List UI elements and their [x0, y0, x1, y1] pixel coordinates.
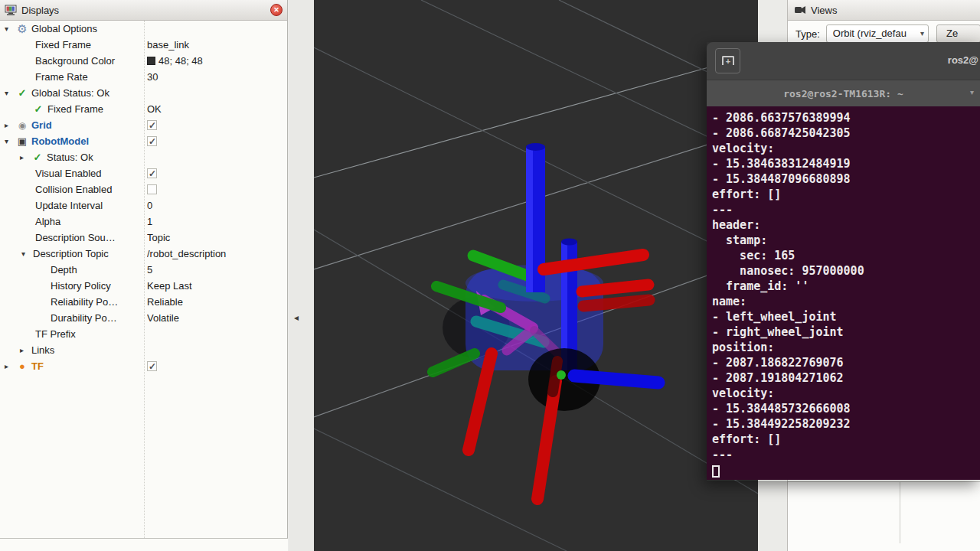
- tree-row-collision-enabled[interactable]: Collision Enabled: [0, 181, 287, 197]
- tree-row-grid[interactable]: ▸Grid: [0, 117, 287, 133]
- property-value-cell[interactable]: /robot_description: [147, 246, 286, 262]
- tree-row-description-topic[interactable]: ▾Description Topic/robot_description: [0, 246, 287, 262]
- property-value-cell[interactable]: 30: [147, 69, 286, 85]
- tree-row-depth[interactable]: Depth5: [0, 262, 287, 278]
- color-swatch: [147, 57, 155, 65]
- property-value-cell[interactable]: 48; 48; 48: [147, 53, 286, 69]
- property-value-cell[interactable]: [147, 117, 286, 133]
- tree-row-tf-prefix[interactable]: TF Prefix: [0, 326, 287, 342]
- views-header[interactable]: Views: [788, 0, 980, 21]
- property-label: Status: Ok: [47, 149, 93, 165]
- tree-row-global-options[interactable]: ▾Global Options: [0, 21, 287, 37]
- value-text: Keep Last: [147, 278, 192, 294]
- 3d-viewport[interactable]: [314, 0, 758, 551]
- collapse-arrow-icon[interactable]: ▾: [5, 133, 13, 149]
- displays-header[interactable]: Displays ✕: [0, 0, 287, 21]
- property-name-cell: ▸Grid: [0, 117, 144, 133]
- expand-arrow-icon[interactable]: ▸: [5, 358, 13, 374]
- tree-row-durability-po-[interactable]: Durability Po…Volatile: [0, 310, 287, 326]
- expand-arrow-icon[interactable]: ▸: [20, 342, 28, 358]
- zero-button[interactable]: Ze: [936, 24, 980, 43]
- property-value-cell[interactable]: [147, 85, 286, 101]
- terminal-line: effort: []: [712, 187, 980, 202]
- robot-model: [433, 143, 658, 499]
- terminal-tab-bar[interactable]: ros2@ros2-TM1613R: ~ ▾: [707, 80, 980, 106]
- tree-row-background-color[interactable]: Background Color48; 48; 48: [0, 53, 287, 69]
- panel-splitter[interactable]: ◂: [289, 0, 314, 551]
- collapse-arrow-icon[interactable]: ▾: [5, 21, 13, 37]
- property-label: Alpha: [35, 214, 60, 230]
- property-value-cell[interactable]: 0: [147, 197, 286, 214]
- tree-row-fixed-frame[interactable]: Fixed Framebase_link: [0, 37, 287, 53]
- property-name-cell: ▾Global Options: [0, 21, 144, 37]
- property-name-cell: Frame Rate: [0, 69, 144, 85]
- tree-row-links[interactable]: ▸Links: [0, 342, 287, 358]
- property-value-cell[interactable]: Reliable: [147, 294, 286, 310]
- tab-dropdown-icon[interactable]: ▾: [970, 88, 974, 96]
- checkbox[interactable]: [147, 361, 157, 371]
- terminal-line: - 2086.6637576389994: [712, 110, 980, 126]
- terminal-line: position:: [712, 340, 980, 355]
- property-name-cell: Background Color: [0, 53, 144, 69]
- terminal-line: - right_wheel_joint: [712, 324, 980, 340]
- property-value-cell[interactable]: base_link: [147, 37, 286, 53]
- property-value-cell[interactable]: [147, 149, 286, 165]
- property-value-cell[interactable]: OK: [147, 101, 286, 117]
- property-value-cell[interactable]: [147, 326, 286, 342]
- view-type-combobox[interactable]: Orbit (rviz_defau ▾: [826, 24, 929, 43]
- property-label: Links: [31, 342, 54, 358]
- collapse-left-icon[interactable]: ◂: [294, 312, 299, 323]
- tree-row-status-ok[interactable]: ▸Status: Ok: [0, 149, 287, 165]
- tree-row-alpha[interactable]: Alpha1: [0, 214, 287, 230]
- new-tab-button[interactable]: +: [715, 48, 740, 73]
- checkbox[interactable]: [147, 136, 157, 146]
- property-label: Background Color: [35, 53, 115, 69]
- property-value-cell[interactable]: [147, 133, 286, 149]
- tree-row-global-status-ok[interactable]: ▾Global Status: Ok: [0, 85, 287, 101]
- terminal-titlebar[interactable]: + ros2@: [707, 42, 980, 80]
- property-value-cell[interactable]: [147, 21, 286, 37]
- checkbox[interactable]: [147, 120, 157, 130]
- terminal-content[interactable]: - 2086.6637576389994- 2086.6687425042305…: [707, 106, 980, 480]
- value-text: Volatile: [147, 310, 179, 326]
- expand-arrow-icon[interactable]: ▸: [5, 117, 13, 133]
- property-label: Frame Rate: [35, 69, 88, 85]
- expand-arrow-icon[interactable]: ▸: [20, 149, 28, 165]
- camera-icon: [794, 5, 806, 15]
- tree-row-tf[interactable]: ▸TF: [0, 358, 287, 374]
- terminal-window[interactable]: + ros2@ ros2@ros2-TM1613R: ~ ▾ - 2086.66…: [707, 42, 980, 481]
- property-name-cell: ▾Description Topic: [0, 246, 144, 262]
- value-text: 48; 48; 48: [158, 53, 203, 69]
- tree-row-description-sou-[interactable]: Description Sou…Topic: [0, 230, 287, 246]
- property-name-cell: ▸Links: [0, 342, 144, 358]
- property-value-cell[interactable]: 5: [147, 262, 286, 278]
- terminal-line: name:: [712, 294, 980, 309]
- terminal-line: velocity:: [712, 386, 980, 401]
- tree-row-update-interval[interactable]: Update Interval0: [0, 197, 287, 214]
- tree-row-fixed-frame[interactable]: Fixed FrameOK: [0, 101, 287, 117]
- terminal-line: stamp:: [712, 233, 980, 248]
- collapse-arrow-icon[interactable]: ▾: [21, 246, 30, 262]
- property-value-cell[interactable]: [147, 165, 286, 181]
- property-value-cell[interactable]: 1: [147, 214, 286, 230]
- property-value-cell[interactable]: [147, 358, 286, 374]
- tree-row-reliability-po-[interactable]: Reliability Po…Reliable: [0, 294, 287, 310]
- terminal-tab-title[interactable]: ros2@ros2-TM1613R: ~: [783, 88, 903, 99]
- checkbox[interactable]: [147, 184, 157, 194]
- property-value-cell[interactable]: [147, 342, 286, 358]
- tree-row-robotmodel[interactable]: ▾RobotModel: [0, 133, 287, 149]
- property-value-cell[interactable]: Volatile: [147, 310, 286, 326]
- displays-tree: ▾Global OptionsFixed Framebase_linkBackg…: [0, 21, 287, 538]
- close-icon[interactable]: ✕: [270, 4, 283, 16]
- property-name-cell: Fixed Frame: [0, 37, 144, 53]
- 3d-scene: [314, 0, 758, 551]
- property-name-cell: Description Sou…: [0, 230, 144, 246]
- property-value-cell[interactable]: [147, 181, 286, 197]
- tree-row-history-policy[interactable]: History PolicyKeep Last: [0, 278, 287, 294]
- tree-row-visual-enabled[interactable]: Visual Enabled: [0, 165, 287, 181]
- checkbox[interactable]: [147, 168, 157, 178]
- property-value-cell[interactable]: Topic: [147, 230, 286, 246]
- property-value-cell[interactable]: Keep Last: [147, 278, 286, 294]
- collapse-arrow-icon[interactable]: ▾: [5, 85, 13, 101]
- tree-row-frame-rate[interactable]: Frame Rate30: [0, 69, 287, 85]
